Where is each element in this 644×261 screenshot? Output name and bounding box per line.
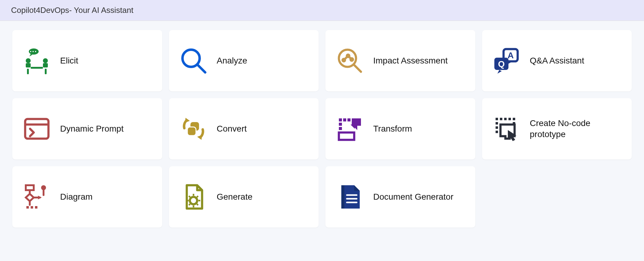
card-qa[interactable]: A Q Q&A Assistant [482,30,632,91]
svg-rect-39 [496,118,498,120]
card-label: Convert [217,123,247,134]
svg-rect-7 [43,63,48,67]
svg-rect-30 [339,118,342,121]
svg-rect-10 [45,69,47,74]
svg-point-1 [33,51,34,52]
svg-rect-58 [31,206,33,209]
svg-marker-27 [197,135,202,140]
page-header: Copilot4DevOps- Your AI Assistant [0,0,644,21]
impact-icon [335,45,365,76]
card-diagram[interactable]: Diagram [12,166,162,228]
card-transform[interactable]: Transform [325,98,475,159]
svg-rect-38 [339,132,354,140]
card-label: Create No-code prototype [530,118,623,140]
svg-point-6 [43,58,48,63]
svg-rect-47 [496,131,498,133]
card-label: Elicit [60,55,78,66]
svg-rect-5 [26,63,31,67]
card-impact[interactable]: Impact Assessment [325,30,475,91]
prompt-icon [21,113,52,144]
card-elicit[interactable]: Elicit [12,30,162,91]
analyze-icon [178,45,209,76]
svg-rect-24 [25,119,48,139]
svg-line-66 [197,196,198,197]
card-label: Document Generator [373,191,453,202]
card-generate[interactable]: Generate [169,166,319,228]
svg-rect-9 [27,69,29,74]
svg-rect-29 [187,127,196,136]
card-grid: Elicit Analyze Impact Assessment A [0,21,644,237]
svg-rect-46 [496,126,498,129]
svg-line-67 [189,204,190,205]
svg-text:A: A [507,51,513,60]
svg-marker-51 [26,194,34,201]
svg-line-19 [348,56,352,59]
diagram-icon [21,182,52,212]
document-icon [335,182,365,212]
svg-rect-41 [504,118,507,120]
card-document[interactable]: Document Generator [325,166,475,228]
card-prototype[interactable]: Create No-code prototype [482,98,632,159]
svg-rect-40 [500,118,502,120]
svg-rect-57 [26,206,29,209]
card-label: Q&A Assistant [530,55,584,66]
svg-rect-59 [35,206,37,209]
svg-text:Q: Q [498,59,505,69]
svg-line-14 [354,65,361,72]
card-label: Transform [373,123,412,134]
card-label: Dynamic Prompt [60,123,124,134]
svg-rect-69 [341,185,344,209]
svg-point-3 [30,51,31,52]
svg-rect-43 [513,118,515,120]
svg-marker-26 [185,118,190,123]
svg-rect-34 [339,127,342,130]
svg-rect-42 [508,118,511,120]
convert-icon [178,113,209,144]
svg-rect-8 [31,67,43,69]
svg-line-68 [197,204,198,205]
svg-point-2 [35,51,36,52]
svg-point-4 [26,58,31,63]
qa-icon: A Q [491,45,522,76]
card-label: Analyze [217,55,247,66]
transform-icon [335,113,365,144]
prototype-icon [491,113,522,144]
card-label: Generate [217,191,253,202]
svg-line-65 [189,196,190,197]
page-title: Copilot4DevOps- Your AI Assistant [11,6,633,15]
card-label: Diagram [60,191,93,202]
svg-marker-54 [38,196,42,199]
generate-icon [178,182,209,212]
svg-rect-33 [339,123,342,126]
elicit-icon [21,45,52,76]
card-analyze[interactable]: Analyze [169,30,319,91]
card-label: Impact Assessment [373,55,448,66]
svg-line-12 [198,65,205,72]
svg-rect-32 [347,118,351,121]
svg-rect-31 [343,118,346,121]
card-convert[interactable]: Convert [169,98,319,159]
card-prompt[interactable]: Dynamic Prompt [12,98,162,159]
svg-rect-44 [496,122,498,125]
